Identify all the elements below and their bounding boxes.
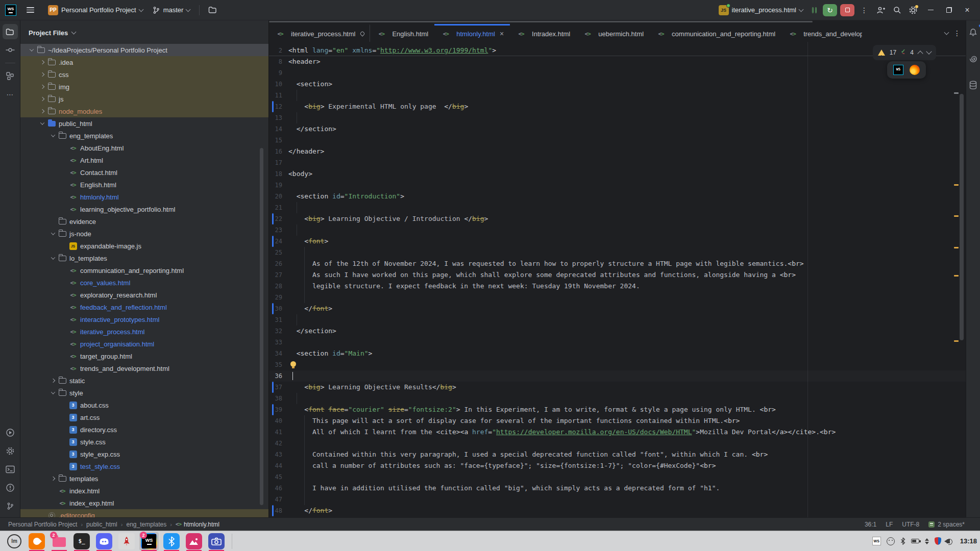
- tree-item[interactable]: <>AboutEng.html: [20, 142, 268, 154]
- vcs-change-marker[interactable]: [272, 404, 274, 415]
- clock[interactable]: 13:18: [960, 537, 977, 545]
- ai-assistant-button[interactable]: [966, 51, 980, 66]
- tree-item[interactable]: ~/IdeaProjects/Personal Portfolio Projec…: [20, 44, 268, 56]
- tray-webstorm-icon[interactable]: WS: [872, 537, 881, 545]
- tree-collapse-icon[interactable]: [49, 134, 57, 137]
- settings-button[interactable]: [906, 4, 920, 17]
- open-folder-button[interactable]: [206, 4, 219, 17]
- tree-item[interactable]: <>interactive_prototypes.html: [20, 313, 268, 325]
- stop-button[interactable]: [840, 4, 854, 16]
- editor-tab[interactable]: <>iterative_process.html: [269, 24, 370, 42]
- code-line[interactable]: 9: [269, 67, 966, 79]
- code-line[interactable]: 48 </font>: [269, 505, 966, 516]
- tree-item[interactable]: img: [20, 81, 268, 93]
- tree-item[interactable]: .idea: [20, 56, 268, 68]
- project-panel-header[interactable]: Project Files: [20, 20, 268, 43]
- code-line[interactable]: 32 </section>: [269, 325, 966, 337]
- rocket-app-taskbar-button[interactable]: [115, 531, 138, 551]
- tab-options-button[interactable]: ⋮: [953, 29, 961, 37]
- tray-shield-icon[interactable]: [935, 537, 941, 545]
- run-tool-button[interactable]: [3, 425, 18, 440]
- firefox-icon[interactable]: [910, 65, 920, 75]
- tree-item[interactable]: 3style.css: [20, 436, 268, 448]
- tree-expand-icon[interactable]: [38, 110, 46, 113]
- tray-bluetooth-icon[interactable]: [900, 537, 905, 545]
- code-line[interactable]: 31: [269, 314, 966, 325]
- code-line[interactable]: 33: [269, 337, 966, 348]
- code-line[interactable]: 45: [269, 471, 966, 483]
- tree-expand-icon[interactable]: [49, 379, 57, 382]
- code-with-me-button[interactable]: [874, 4, 887, 17]
- code-line[interactable]: 34 <section id="Main">: [269, 348, 966, 359]
- code-line[interactable]: 13: [269, 112, 966, 123]
- breadcrumb-item[interactable]: public_html: [86, 521, 117, 528]
- tray-face-icon[interactable]: [887, 537, 895, 545]
- tree-item[interactable]: <>Art.html: [20, 154, 268, 166]
- tray-volume-icon[interactable]: [947, 539, 950, 543]
- project-tool-button[interactable]: [3, 24, 18, 39]
- editor-tab[interactable]: <>Intradex.html: [510, 24, 576, 42]
- tree-item[interactable]: <>project_organisation.html: [20, 338, 268, 350]
- mint-menu-taskbar-button[interactable]: lm: [3, 531, 26, 551]
- tab-close-icon[interactable]: ×: [500, 30, 504, 38]
- tree-item[interactable]: js-node: [20, 228, 268, 240]
- code-line[interactable]: 43 Contained within this very paragraph,…: [269, 449, 966, 460]
- tree-item[interactable]: public_html: [20, 117, 268, 130]
- image-viewer-taskbar-button[interactable]: [183, 531, 205, 551]
- editor-tab[interactable]: <>htmlonly.html×: [434, 24, 510, 42]
- terminal-taskbar-button[interactable]: $_: [70, 531, 93, 551]
- tree-expand-icon[interactable]: [38, 73, 46, 76]
- error-stripe-mark[interactable]: [954, 215, 959, 217]
- error-stripe-mark[interactable]: [954, 247, 959, 248]
- tree-collapse-icon[interactable]: [49, 232, 57, 235]
- tree-item[interactable]: <>index.html: [20, 485, 268, 497]
- code-line[interactable]: 2<html lang="en" xmlns="http://www.w3.or…: [269, 45, 966, 56]
- tree-item[interactable]: .editorconfig: [20, 509, 268, 517]
- tree-item[interactable]: <>htmlonly.html: [20, 191, 268, 203]
- error-stripe-mark[interactable]: [954, 340, 959, 342]
- tray-network-icon[interactable]: [925, 538, 929, 544]
- breadcrumb-current-file[interactable]: <> htmlonly.html: [176, 521, 219, 528]
- error-stripe-mark[interactable]: [954, 92, 959, 94]
- next-problem-button[interactable]: [926, 48, 932, 54]
- editor-tab[interactable]: <>communication_and_reporting.html: [650, 24, 781, 42]
- code-line[interactable]: 18<body>: [269, 168, 966, 180]
- code-line[interactable]: 29: [269, 292, 966, 303]
- code-line[interactable]: 16</header>: [269, 146, 966, 157]
- tree-item[interactable]: <>Contact.html: [20, 166, 268, 179]
- code-line[interactable]: 12 <big> Experimental HTML only page </b…: [269, 101, 966, 112]
- code-line[interactable]: 26 As of the 12th of November 2024, I wa…: [269, 258, 966, 269]
- code-line[interactable]: 23: [269, 224, 966, 236]
- encoding-widget[interactable]: UTF-8: [902, 521, 919, 528]
- code-line[interactable]: 36: [269, 370, 966, 382]
- code-line[interactable]: 21: [269, 202, 966, 213]
- tree-item[interactable]: 3directory.css: [20, 423, 268, 436]
- tree-item[interactable]: <>exploratory_research.html: [20, 289, 268, 301]
- caret-position-widget[interactable]: 36:1: [865, 521, 876, 528]
- inspections-widget[interactable]: ! 17 ✓~ 4: [873, 45, 936, 60]
- tree-scrollbar[interactable]: [260, 148, 263, 505]
- code-line[interactable]: 17: [269, 157, 966, 168]
- code-line[interactable]: 37 <big> Learning Objective Results</big…: [269, 382, 966, 393]
- code-line[interactable]: 25: [269, 247, 966, 258]
- code-line[interactable]: 10 <section>: [269, 79, 966, 90]
- more-tools-button[interactable]: ⋯: [3, 87, 18, 102]
- webstorm-preview-icon[interactable]: WS: [893, 65, 903, 75]
- error-stripe-mark[interactable]: [954, 184, 959, 186]
- tray-battery-icon[interactable]: [911, 539, 919, 543]
- tree-item[interactable]: <>English.html: [20, 179, 268, 191]
- vcs-change-marker[interactable]: [272, 382, 274, 393]
- tree-item[interactable]: 3test_style.css: [20, 460, 268, 472]
- code-line[interactable]: 19: [269, 180, 966, 191]
- tree-expand-icon[interactable]: [38, 97, 46, 101]
- tree-collapse-icon[interactable]: [38, 122, 46, 125]
- tree-item[interactable]: <>target_group.html: [20, 350, 268, 362]
- code-line[interactable]: 14 </section>: [269, 123, 966, 135]
- more-actions-button[interactable]: ⋮: [857, 4, 871, 17]
- bluetooth-taskbar-button[interactable]: [160, 531, 183, 551]
- version-control-tool-button[interactable]: [3, 498, 18, 514]
- close-button[interactable]: ×: [960, 4, 975, 17]
- code-line[interactable]: 47: [269, 494, 966, 505]
- tree-collapse-icon[interactable]: [28, 48, 36, 52]
- tree-item[interactable]: lo_templates: [20, 252, 268, 264]
